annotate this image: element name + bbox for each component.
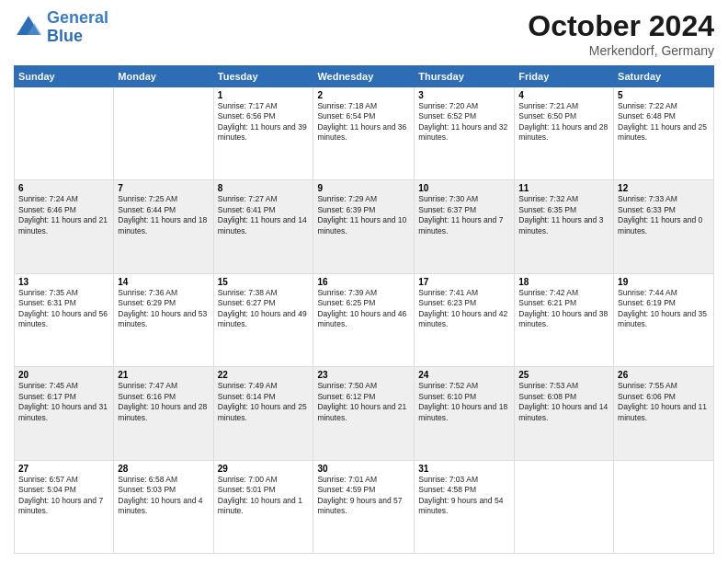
day-number: 8	[218, 183, 310, 193]
calendar-week-5: 27Sunrise: 6:57 AMSunset: 5:04 PMDayligh…	[15, 460, 714, 553]
logo: General Blue	[14, 9, 108, 46]
month-title: October 2024	[528, 9, 714, 43]
calendar-cell: 21Sunrise: 7:47 AMSunset: 6:16 PMDayligh…	[114, 367, 213, 460]
logo-general: General	[47, 8, 108, 27]
location: Merkendorf, Germany	[528, 43, 714, 58]
calendar-cell: 10Sunrise: 7:30 AMSunset: 6:37 PMDayligh…	[415, 180, 515, 273]
day-number: 20	[18, 370, 109, 380]
day-info: Sunrise: 7:00 AMSunset: 5:01 PMDaylight:…	[218, 475, 310, 517]
day-info: Sunrise: 6:58 AMSunset: 5:03 PMDaylight:…	[118, 475, 209, 517]
day-number: 21	[118, 370, 209, 380]
day-info: Sunrise: 7:01 AMSunset: 4:59 PMDaylight:…	[317, 475, 410, 517]
day-info: Sunrise: 7:35 AMSunset: 6:31 PMDaylight:…	[18, 288, 109, 330]
calendar-cell	[15, 87, 114, 180]
day-number: 4	[518, 90, 609, 100]
calendar-week-4: 20Sunrise: 7:45 AMSunset: 6:17 PMDayligh…	[15, 367, 714, 460]
day-info: Sunrise: 7:18 AMSunset: 6:54 PMDaylight:…	[317, 101, 410, 144]
calendar-cell	[614, 460, 714, 553]
calendar-cell: 23Sunrise: 7:50 AMSunset: 6:12 PMDayligh…	[313, 367, 415, 460]
day-info: Sunrise: 7:33 AMSunset: 6:33 PMDaylight:…	[618, 194, 710, 236]
day-number: 13	[18, 277, 109, 287]
day-number: 28	[118, 464, 209, 474]
calendar-cell: 2Sunrise: 7:18 AMSunset: 6:54 PMDaylight…	[313, 87, 415, 180]
day-number: 29	[218, 464, 310, 474]
day-number: 19	[618, 277, 710, 287]
header: General Blue October 2024 Merkendorf, Ge…	[14, 9, 714, 58]
day-info: Sunrise: 7:47 AMSunset: 6:16 PMDaylight:…	[118, 381, 209, 423]
day-number: 2	[317, 90, 410, 100]
day-info: Sunrise: 6:57 AMSunset: 5:04 PMDaylight:…	[18, 475, 109, 517]
title-block: October 2024 Merkendorf, Germany	[528, 9, 714, 58]
calendar-cell: 29Sunrise: 7:00 AMSunset: 5:01 PMDayligh…	[213, 460, 313, 553]
col-monday: Monday	[114, 66, 213, 87]
day-number: 6	[18, 183, 109, 193]
calendar-cell: 25Sunrise: 7:53 AMSunset: 6:08 PMDayligh…	[515, 367, 614, 460]
calendar-cell: 17Sunrise: 7:41 AMSunset: 6:23 PMDayligh…	[415, 273, 515, 366]
calendar-cell: 19Sunrise: 7:44 AMSunset: 6:19 PMDayligh…	[614, 273, 714, 366]
day-info: Sunrise: 7:20 AMSunset: 6:52 PMDaylight:…	[418, 101, 510, 144]
day-number: 31	[418, 464, 510, 474]
calendar-cell: 26Sunrise: 7:55 AMSunset: 6:06 PMDayligh…	[614, 367, 714, 460]
day-info: Sunrise: 7:36 AMSunset: 6:29 PMDaylight:…	[118, 288, 209, 330]
calendar-cell: 22Sunrise: 7:49 AMSunset: 6:14 PMDayligh…	[213, 367, 313, 460]
col-tuesday: Tuesday	[213, 66, 313, 87]
logo-icon	[14, 13, 43, 42]
calendar-cell: 24Sunrise: 7:52 AMSunset: 6:10 PMDayligh…	[415, 367, 515, 460]
day-info: Sunrise: 7:53 AMSunset: 6:08 PMDaylight:…	[518, 381, 609, 423]
day-number: 27	[18, 464, 109, 474]
day-number: 5	[618, 90, 710, 100]
calendar-cell: 12Sunrise: 7:33 AMSunset: 6:33 PMDayligh…	[614, 180, 714, 273]
calendar-cell: 27Sunrise: 6:57 AMSunset: 5:04 PMDayligh…	[15, 460, 114, 553]
calendar-cell: 18Sunrise: 7:42 AMSunset: 6:21 PMDayligh…	[515, 273, 614, 366]
calendar-cell: 31Sunrise: 7:03 AMSunset: 4:58 PMDayligh…	[415, 460, 515, 553]
day-number: 11	[518, 183, 609, 193]
day-info: Sunrise: 7:44 AMSunset: 6:19 PMDaylight:…	[618, 288, 710, 330]
day-number: 17	[418, 277, 510, 287]
day-number: 22	[218, 370, 310, 380]
col-wednesday: Wednesday	[313, 66, 415, 87]
day-info: Sunrise: 7:38 AMSunset: 6:27 PMDaylight:…	[218, 288, 310, 330]
calendar-cell: 9Sunrise: 7:29 AMSunset: 6:39 PMDaylight…	[313, 180, 415, 273]
col-friday: Friday	[515, 66, 614, 87]
calendar-cell: 7Sunrise: 7:25 AMSunset: 6:44 PMDaylight…	[114, 180, 213, 273]
day-number: 10	[418, 183, 510, 193]
day-number: 18	[518, 277, 609, 287]
calendar-cell	[114, 87, 213, 180]
calendar-cell: 15Sunrise: 7:38 AMSunset: 6:27 PMDayligh…	[213, 273, 313, 366]
calendar-cell: 11Sunrise: 7:32 AMSunset: 6:35 PMDayligh…	[515, 180, 614, 273]
calendar-cell: 28Sunrise: 6:58 AMSunset: 5:03 PMDayligh…	[114, 460, 213, 553]
page: General Blue October 2024 Merkendorf, Ge…	[0, 0, 728, 563]
day-info: Sunrise: 7:41 AMSunset: 6:23 PMDaylight:…	[418, 288, 510, 330]
day-number: 15	[218, 277, 310, 287]
calendar-cell: 13Sunrise: 7:35 AMSunset: 6:31 PMDayligh…	[15, 273, 114, 366]
day-number: 30	[317, 464, 410, 474]
day-info: Sunrise: 7:52 AMSunset: 6:10 PMDaylight:…	[418, 381, 510, 423]
day-info: Sunrise: 7:30 AMSunset: 6:37 PMDaylight:…	[418, 194, 510, 236]
col-saturday: Saturday	[614, 66, 714, 87]
day-number: 23	[317, 370, 410, 380]
calendar-cell	[515, 460, 614, 553]
day-info: Sunrise: 7:42 AMSunset: 6:21 PMDaylight:…	[518, 288, 609, 330]
day-info: Sunrise: 7:03 AMSunset: 4:58 PMDaylight:…	[418, 475, 510, 517]
day-number: 14	[118, 277, 209, 287]
day-info: Sunrise: 7:27 AMSunset: 6:41 PMDaylight:…	[218, 194, 310, 236]
calendar-cell: 30Sunrise: 7:01 AMSunset: 4:59 PMDayligh…	[313, 460, 415, 553]
day-number: 26	[618, 370, 710, 380]
logo-blue: Blue	[47, 27, 83, 45]
day-info: Sunrise: 7:29 AMSunset: 6:39 PMDaylight:…	[317, 194, 410, 236]
calendar-cell: 14Sunrise: 7:36 AMSunset: 6:29 PMDayligh…	[114, 273, 213, 366]
calendar-week-2: 6Sunrise: 7:24 AMSunset: 6:46 PMDaylight…	[15, 180, 714, 273]
calendar-table: Sunday Monday Tuesday Wednesday Thursday…	[14, 65, 714, 554]
calendar-cell: 4Sunrise: 7:21 AMSunset: 6:50 PMDaylight…	[515, 87, 614, 180]
calendar-cell: 16Sunrise: 7:39 AMSunset: 6:25 PMDayligh…	[313, 273, 415, 366]
day-info: Sunrise: 7:49 AMSunset: 6:14 PMDaylight:…	[218, 381, 310, 423]
day-info: Sunrise: 7:50 AMSunset: 6:12 PMDaylight:…	[317, 381, 410, 423]
day-info: Sunrise: 7:55 AMSunset: 6:06 PMDaylight:…	[618, 381, 710, 423]
col-sunday: Sunday	[15, 66, 114, 87]
day-number: 7	[118, 183, 209, 193]
day-info: Sunrise: 7:45 AMSunset: 6:17 PMDaylight:…	[18, 381, 109, 423]
col-thursday: Thursday	[415, 66, 515, 87]
logo-text: General Blue	[47, 9, 108, 46]
day-number: 3	[418, 90, 510, 100]
day-number: 24	[418, 370, 510, 380]
